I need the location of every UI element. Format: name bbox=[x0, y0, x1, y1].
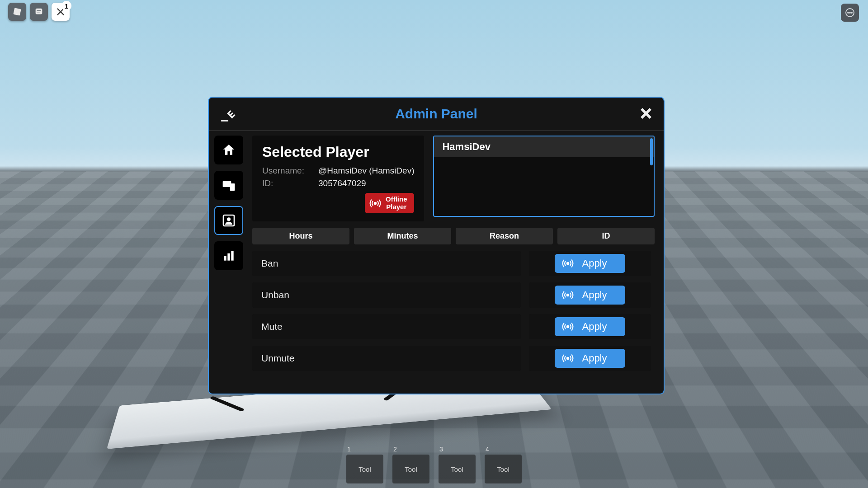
roblox-topbar: 1 bbox=[8, 3, 70, 21]
ellipsis-icon bbox=[844, 7, 855, 18]
panel-sidebar bbox=[209, 131, 249, 394]
player-list-item[interactable]: HamsiDev bbox=[434, 136, 654, 157]
close-icon bbox=[638, 106, 654, 121]
tools-badge: 1 bbox=[61, 1, 71, 11]
close-button[interactable] bbox=[638, 106, 654, 123]
broadcast-icon bbox=[562, 352, 574, 364]
apply-button-mute[interactable]: Apply bbox=[555, 317, 625, 336]
nav-home[interactable] bbox=[214, 136, 243, 164]
id-value: 3057647029 bbox=[318, 178, 366, 188]
offline-player-button[interactable]: Offline Player bbox=[365, 193, 415, 213]
chat-button[interactable] bbox=[30, 3, 48, 21]
id-field[interactable]: ID bbox=[557, 228, 655, 244]
svg-rect-3 bbox=[37, 12, 39, 12]
nav-devices[interactable] bbox=[214, 171, 243, 200]
offline-line2: Player bbox=[386, 203, 407, 211]
person-card-icon bbox=[222, 213, 236, 228]
roblox-menu-button[interactable] bbox=[8, 3, 26, 21]
hotbar-slot-1[interactable]: 1 Tool bbox=[346, 455, 383, 483]
broadcast-icon bbox=[562, 258, 574, 269]
nav-stats[interactable] bbox=[214, 241, 243, 270]
svg-rect-14 bbox=[231, 251, 233, 260]
roblox-logo-icon bbox=[12, 7, 22, 17]
action-label: Ban bbox=[252, 251, 521, 276]
username-value: @HamsiDev (HamsiDev) bbox=[318, 166, 414, 176]
admin-panel-window: Admin Panel Selected Player bbox=[208, 97, 665, 394]
svg-point-16 bbox=[567, 263, 569, 264]
hotbar-slot-4[interactable]: 4 Tool bbox=[485, 455, 522, 483]
svg-rect-1 bbox=[36, 9, 42, 14]
player-list[interactable]: HamsiDev bbox=[433, 136, 655, 217]
svg-rect-13 bbox=[227, 253, 230, 261]
selected-player-heading: Selected Player bbox=[262, 144, 414, 160]
apply-button-unmute[interactable]: Apply bbox=[555, 349, 625, 368]
svg-point-15 bbox=[374, 202, 376, 204]
hotbar-slot-3[interactable]: 3 Tool bbox=[439, 455, 476, 483]
action-row-unmute: Unmute Apply bbox=[252, 346, 651, 371]
svg-rect-0 bbox=[13, 8, 21, 15]
nav-players[interactable] bbox=[214, 206, 243, 235]
devices-icon bbox=[222, 178, 236, 192]
username-label: Username: bbox=[262, 166, 307, 176]
svg-rect-9 bbox=[230, 183, 235, 191]
input-row: Hours Minutes Reason ID bbox=[252, 228, 655, 244]
gavel-icon bbox=[220, 106, 237, 125]
hotbar-slot-2[interactable]: 2 Tool bbox=[392, 455, 429, 483]
broadcast-icon bbox=[369, 197, 381, 209]
action-row-ban: Ban Apply bbox=[252, 251, 651, 276]
action-label: Unban bbox=[252, 282, 521, 308]
action-label: Mute bbox=[252, 314, 521, 339]
svg-point-18 bbox=[567, 326, 569, 328]
svg-point-19 bbox=[567, 357, 569, 359]
svg-point-7 bbox=[851, 12, 852, 13]
id-label: ID: bbox=[262, 178, 307, 188]
broadcast-icon bbox=[562, 321, 574, 333]
action-row-unban: Unban Apply bbox=[252, 282, 651, 308]
svg-rect-12 bbox=[224, 256, 226, 261]
panel-title: Admin Panel bbox=[395, 106, 477, 122]
svg-point-6 bbox=[849, 12, 850, 13]
chat-icon bbox=[34, 7, 44, 17]
player-list-scrollbar[interactable] bbox=[650, 138, 653, 165]
hours-field[interactable]: Hours bbox=[252, 228, 349, 244]
minutes-field[interactable]: Minutes bbox=[354, 228, 451, 244]
selected-player-card: Selected Player Username: @HamsiDev (Ham… bbox=[252, 136, 424, 221]
more-menu-button[interactable] bbox=[841, 4, 859, 22]
panel-header: Admin Panel bbox=[209, 98, 664, 131]
svg-point-11 bbox=[227, 217, 231, 221]
svg-point-17 bbox=[567, 294, 569, 296]
svg-point-5 bbox=[848, 12, 849, 13]
actions-list[interactable]: Ban Apply Unban Apply bbox=[252, 251, 655, 389]
offline-line1: Offline bbox=[386, 196, 407, 203]
apply-button-unban[interactable]: Apply bbox=[555, 286, 625, 305]
apply-button-ban[interactable]: Apply bbox=[555, 254, 625, 273]
bar-chart-icon bbox=[222, 249, 236, 263]
reason-field[interactable]: Reason bbox=[456, 228, 553, 244]
tools-button[interactable]: 1 bbox=[52, 3, 70, 21]
hotbar: 1 Tool 2 Tool 3 Tool 4 Tool bbox=[346, 455, 522, 483]
action-label: Unmute bbox=[252, 346, 521, 371]
svg-rect-2 bbox=[37, 10, 41, 10]
panel-main: Selected Player Username: @HamsiDev (Ham… bbox=[249, 131, 664, 394]
svg-rect-8 bbox=[223, 181, 231, 187]
home-icon bbox=[222, 143, 236, 157]
broadcast-icon bbox=[562, 289, 574, 301]
action-row-mute: Mute Apply bbox=[252, 314, 651, 339]
